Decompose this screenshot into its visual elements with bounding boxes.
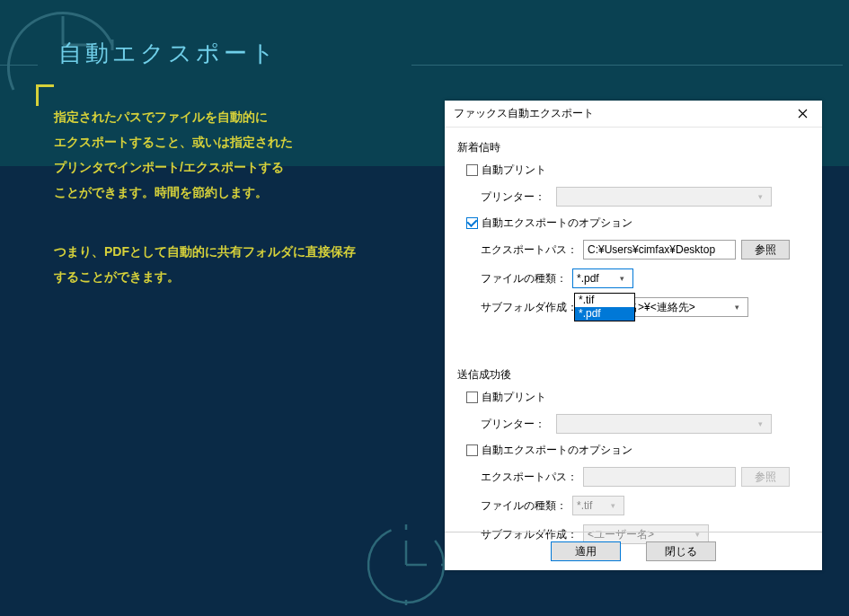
- sent-auto-print-checkbox[interactable]: [466, 392, 478, 403]
- incoming-auto-print-checkbox[interactable]: [466, 164, 478, 176]
- sent-filetype-combo[interactable]: *.tif ▾: [572, 496, 624, 515]
- sent-auto-export-checkbox[interactable]: [466, 444, 478, 456]
- incoming-group-title: 新着信時: [457, 140, 809, 155]
- incoming-auto-export-label: 自動エクスポートのオプション: [482, 216, 632, 231]
- desc-line: することができます。: [54, 269, 180, 284]
- sent-filetype-value: *.tif: [577, 499, 592, 512]
- desc-line: 指定されたパスでファイルを自動的に: [54, 110, 268, 124]
- close-dialog-button[interactable]: 閉じる: [646, 541, 716, 561]
- apply-button[interactable]: 適用: [551, 541, 621, 561]
- filetype-option-pdf[interactable]: *.pdf: [575, 307, 634, 321]
- sent-auto-export-label: 自動エクスポートのオプション: [482, 443, 632, 458]
- incoming-subfolder-value: 名>¥<連絡先>: [627, 300, 695, 315]
- filetype-dropdown-listbox[interactable]: *.tif *.pdf: [574, 293, 635, 321]
- incoming-browse-button[interactable]: 参照: [741, 240, 790, 260]
- incoming-auto-print-label: 自動プリント: [482, 163, 546, 178]
- incoming-auto-export-checkbox[interactable]: [466, 217, 478, 229]
- clock-decoration-bottom: [364, 523, 448, 607]
- dialog-button-row: 適用 閉じる: [445, 532, 822, 570]
- incoming-printer-label: プリンター：: [481, 189, 551, 205]
- sent-auto-print-row[interactable]: 自動プリント: [466, 390, 809, 405]
- title-rule-right: [411, 65, 843, 66]
- incoming-export-path-input[interactable]: [583, 240, 736, 260]
- sent-export-path-input[interactable]: [583, 467, 736, 487]
- incoming-filetype-combo[interactable]: *.pdf ▾: [572, 268, 633, 288]
- desc-line: つまり、PDFとして自動的に共有フォルダに直接保存: [54, 244, 356, 259]
- page-title: 自動エクスポート: [58, 38, 279, 69]
- incoming-auto-print-row[interactable]: 自動プリント: [466, 163, 809, 178]
- incoming-export-path-label: エクスポートパス：: [481, 242, 578, 258]
- sent-printer-label: プリンター：: [481, 417, 551, 432]
- desc-line: エクスポートすること、或いは指定された: [54, 135, 293, 149]
- sent-filetype-label: ファイルの種類：: [481, 498, 567, 514]
- title-rule-left: [0, 65, 38, 66]
- filetype-option-tif[interactable]: *.tif: [575, 294, 634, 307]
- sent-auto-print-label: 自動プリント: [482, 390, 546, 405]
- fax-export-dialog: ファックス自動エクスポート 新着信時 自動プリント プリンター： ▾ 自動エクス…: [445, 101, 822, 570]
- decorative-bracket: [36, 84, 54, 106]
- sent-auto-export-row[interactable]: 自動エクスポートのオプション: [466, 443, 809, 458]
- chevron-down-icon: ▾: [606, 501, 620, 510]
- chevron-down-icon: ▾: [615, 274, 629, 283]
- incoming-filetype-label: ファイルの種類：: [481, 271, 567, 286]
- sent-group-title: 送信成功後: [457, 367, 809, 383]
- chevron-down-icon: ▾: [753, 419, 767, 428]
- close-button[interactable]: [783, 101, 822, 128]
- sent-printer-combo[interactable]: ▾: [556, 414, 772, 434]
- incoming-printer-combo[interactable]: ▾: [556, 187, 772, 207]
- incoming-subfolder-combo[interactable]: 名>¥<連絡先> ▾: [623, 297, 748, 317]
- chevron-down-icon: ▾: [753, 192, 767, 201]
- sent-export-path-label: エクスポートパス：: [481, 470, 578, 485]
- incoming-filetype-value: *.pdf: [577, 272, 599, 285]
- chevron-down-icon: ▾: [730, 303, 744, 312]
- dialog-body: 新着信時 自動プリント プリンター： ▾ 自動エクスポートのオプション エクスポ…: [445, 128, 822, 544]
- description-text: 指定されたパスでファイルを自動的に エクスポートすること、或いは指定された プリ…: [54, 104, 431, 298]
- dialog-title: ファックス自動エクスポート: [454, 106, 783, 121]
- close-icon: [798, 109, 808, 119]
- desc-line: ことができます。時間を節約します。: [54, 185, 268, 199]
- incoming-subfolder-label: サブフォルダ作成：: [481, 300, 578, 315]
- incoming-auto-export-row[interactable]: 自動エクスポートのオプション: [466, 216, 809, 231]
- sent-browse-button[interactable]: 参照: [741, 467, 790, 487]
- dialog-titlebar[interactable]: ファックス自動エクスポート: [445, 101, 822, 128]
- desc-line: プリンタでインポート/エクスポートする: [54, 160, 284, 174]
